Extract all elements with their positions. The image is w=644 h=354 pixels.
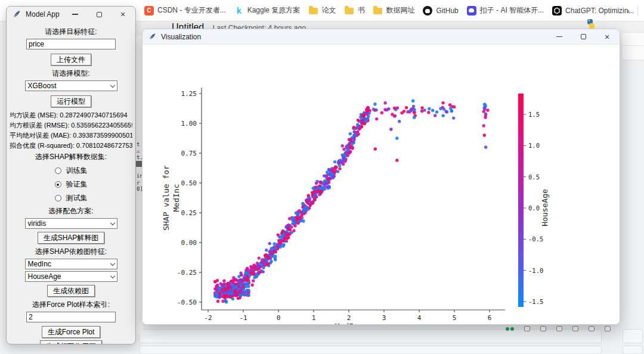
x-tick-label: 2 [347, 314, 351, 322]
minimize-icon[interactable] [71, 10, 79, 18]
force-plot-index-input[interactable] [26, 312, 116, 322]
bookmark-csdn[interactable]: C CSDN - 专业开发者... [144, 5, 226, 15]
colormap-combobox[interactable]: viridis [25, 218, 117, 229]
code-fragment: t [137, 141, 140, 147]
scatter-point [237, 287, 240, 290]
scatter-point [357, 119, 360, 122]
scatter-point [445, 110, 448, 113]
bookmark-chatgpt[interactable]: ChatGPT: Optimizin... [552, 6, 634, 15]
mae-value: 平均绝对误差 (MAE): 0.39387359990050164 [10, 131, 132, 141]
scatter-point [308, 206, 311, 209]
scatter-point [346, 144, 349, 147]
scatter-point [301, 202, 304, 205]
upload-file-button[interactable]: 上传文件 [51, 54, 91, 66]
scatter-point [405, 106, 408, 109]
bookmark-label: 数据网址 [386, 5, 414, 15]
scatter-point [257, 265, 260, 268]
dependence-feature2-combobox[interactable]: HouseAge [25, 271, 117, 282]
scatter-point [351, 147, 354, 150]
scatter-point [255, 275, 258, 278]
x-tick-label: -1 [239, 314, 247, 322]
scatter-point [213, 287, 216, 290]
insert-cell-icon[interactable] [572, 326, 578, 331]
close-icon[interactable]: × [603, 33, 611, 41]
scatter-point [267, 256, 270, 259]
scatter-point [262, 260, 265, 263]
scatter-point [310, 201, 313, 204]
radio-label: 测试集 [66, 193, 88, 203]
target-feature-input[interactable] [26, 39, 116, 49]
notebook-cell[interactable] [623, 329, 643, 343]
model-select-combobox[interactable]: XGBoost [25, 80, 117, 91]
add-icon[interactable] [589, 326, 595, 331]
scatter-point [225, 300, 228, 303]
scatter-point [247, 285, 250, 288]
scatter-point [269, 251, 272, 254]
generate-force-plot-button[interactable]: 生成Force Plot [42, 326, 101, 338]
openai-knot-icon [552, 6, 562, 15]
scatter-point [338, 164, 341, 167]
model-app-titlebar[interactable]: Model App × [7, 7, 135, 22]
visualization-titlebar[interactable]: Visualization × [143, 29, 620, 45]
scatter-point [312, 187, 315, 190]
scatter-point [323, 174, 326, 177]
scatter-point [442, 107, 445, 110]
notebook-cell[interactable] [623, 346, 643, 354]
radio-label: 训练集 [66, 166, 88, 176]
csdn-icon: C [144, 6, 154, 15]
scatter-point [233, 293, 236, 296]
scatter-point [286, 237, 289, 240]
close-icon[interactable]: × [119, 10, 127, 18]
minimize-icon[interactable] [555, 33, 564, 41]
scatter-point [400, 111, 403, 114]
scatter-point [302, 219, 305, 222]
bookmark-coze[interactable]: 扣子 - AI 智能体开... [467, 5, 544, 15]
radio-test-set[interactable]: 测试集 [55, 193, 88, 203]
scatter-point [373, 103, 376, 105]
maximize-icon[interactable] [579, 33, 587, 41]
radio-train-set[interactable]: 训练集 [55, 166, 88, 176]
bookmark-kaggle[interactable]: k Kaggle 复原方案 [234, 5, 301, 15]
generate-dependence-button[interactable]: 生成依赖图 [47, 285, 95, 297]
bookmark-label: Kaggle 复原方案 [247, 5, 301, 15]
chevron-down-icon [110, 273, 114, 278]
tk-feather-icon [148, 33, 156, 41]
scatter-point [366, 117, 369, 120]
scatter-point [216, 300, 219, 303]
bookmark-folder-papers[interactable]: 论文 [308, 5, 336, 15]
bookmark-github[interactable]: GitHub [423, 6, 458, 15]
scatter-point [278, 246, 281, 249]
scatter-point [292, 221, 295, 224]
scatter-point [327, 177, 330, 180]
bookmark-folder-data[interactable]: 数据网址 [373, 5, 414, 15]
scatter-point [333, 160, 336, 163]
scatter-point [258, 256, 261, 259]
combobox-value: XGBoost [28, 82, 57, 90]
scatter-point [327, 185, 330, 188]
notebook-cell[interactable] [139, 346, 602, 354]
scatter-point [215, 292, 218, 295]
bookmarks-overflow-chevron-icon[interactable]: › [627, 5, 630, 15]
save-icon[interactable] [524, 326, 530, 331]
scatter-point [247, 289, 250, 292]
run-model-button[interactable]: 运行模型 [51, 95, 91, 107]
dependence-feature1-combobox[interactable]: MedInc [25, 259, 117, 269]
delete-icon[interactable] [605, 326, 611, 331]
generate-shap-button[interactable]: 生成SHAP解释图 [38, 232, 105, 244]
scatter-point [450, 110, 453, 113]
cut-icon[interactable] [540, 326, 546, 331]
maximize-icon[interactable] [95, 10, 103, 18]
scatter-point [410, 109, 413, 112]
coze-icon [467, 6, 476, 15]
model-select-label: 请选择模型: [52, 69, 89, 79]
move-down-icon[interactable] [556, 326, 562, 331]
scatter-point [218, 295, 221, 298]
scatter-point [273, 250, 276, 253]
scatter-point [233, 278, 236, 281]
scatter-point [306, 198, 309, 201]
dependence-feature-label: 选择SHAP依赖图特征: [35, 247, 107, 257]
bookmark-folder-books[interactable]: 书 [344, 5, 364, 15]
generate-interaction-button[interactable]: 生成相互作用图 [40, 340, 102, 344]
tk-feather-icon [13, 10, 21, 18]
radio-validation-set[interactable]: 验证集 [55, 179, 88, 190]
